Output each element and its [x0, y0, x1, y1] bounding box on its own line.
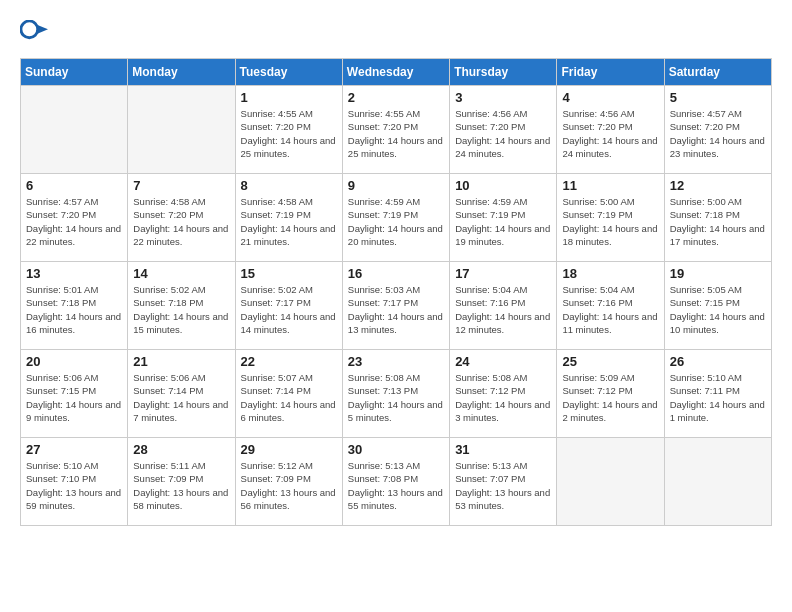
day-info: Sunrise: 5:10 AM Sunset: 7:10 PM Dayligh…: [26, 459, 122, 512]
day-number: 13: [26, 266, 122, 281]
calendar-header-row: SundayMondayTuesdayWednesdayThursdayFrid…: [21, 59, 772, 86]
day-info: Sunrise: 5:06 AM Sunset: 7:14 PM Dayligh…: [133, 371, 229, 424]
day-number: 17: [455, 266, 551, 281]
day-info: Sunrise: 5:07 AM Sunset: 7:14 PM Dayligh…: [241, 371, 337, 424]
day-info: Sunrise: 5:13 AM Sunset: 7:07 PM Dayligh…: [455, 459, 551, 512]
day-header-tuesday: Tuesday: [235, 59, 342, 86]
day-info: Sunrise: 4:56 AM Sunset: 7:20 PM Dayligh…: [455, 107, 551, 160]
day-info: Sunrise: 5:06 AM Sunset: 7:15 PM Dayligh…: [26, 371, 122, 424]
day-number: 22: [241, 354, 337, 369]
calendar-cell: 6Sunrise: 4:57 AM Sunset: 7:20 PM Daylig…: [21, 174, 128, 262]
calendar-week-3: 13Sunrise: 5:01 AM Sunset: 7:18 PM Dayli…: [21, 262, 772, 350]
day-info: Sunrise: 5:11 AM Sunset: 7:09 PM Dayligh…: [133, 459, 229, 512]
day-number: 6: [26, 178, 122, 193]
day-info: Sunrise: 5:09 AM Sunset: 7:12 PM Dayligh…: [562, 371, 658, 424]
calendar-cell: 9Sunrise: 4:59 AM Sunset: 7:19 PM Daylig…: [342, 174, 449, 262]
day-number: 21: [133, 354, 229, 369]
day-info: Sunrise: 5:02 AM Sunset: 7:17 PM Dayligh…: [241, 283, 337, 336]
day-info: Sunrise: 5:00 AM Sunset: 7:18 PM Dayligh…: [670, 195, 766, 248]
day-header-sunday: Sunday: [21, 59, 128, 86]
day-header-thursday: Thursday: [450, 59, 557, 86]
calendar-week-1: 1Sunrise: 4:55 AM Sunset: 7:20 PM Daylig…: [21, 86, 772, 174]
day-number: 23: [348, 354, 444, 369]
calendar-cell: 12Sunrise: 5:00 AM Sunset: 7:18 PM Dayli…: [664, 174, 771, 262]
calendar-cell: [664, 438, 771, 526]
day-info: Sunrise: 4:56 AM Sunset: 7:20 PM Dayligh…: [562, 107, 658, 160]
day-number: 29: [241, 442, 337, 457]
calendar-cell: 28Sunrise: 5:11 AM Sunset: 7:09 PM Dayli…: [128, 438, 235, 526]
day-info: Sunrise: 4:59 AM Sunset: 7:19 PM Dayligh…: [348, 195, 444, 248]
calendar-cell: 10Sunrise: 4:59 AM Sunset: 7:19 PM Dayli…: [450, 174, 557, 262]
day-header-saturday: Saturday: [664, 59, 771, 86]
svg-point-0: [21, 21, 38, 38]
calendar-cell: 4Sunrise: 4:56 AM Sunset: 7:20 PM Daylig…: [557, 86, 664, 174]
calendar-cell: 18Sunrise: 5:04 AM Sunset: 7:16 PM Dayli…: [557, 262, 664, 350]
calendar-cell: 20Sunrise: 5:06 AM Sunset: 7:15 PM Dayli…: [21, 350, 128, 438]
calendar-cell: 3Sunrise: 4:56 AM Sunset: 7:20 PM Daylig…: [450, 86, 557, 174]
day-number: 14: [133, 266, 229, 281]
calendar-cell: [557, 438, 664, 526]
calendar-cell: 1Sunrise: 4:55 AM Sunset: 7:20 PM Daylig…: [235, 86, 342, 174]
day-number: 12: [670, 178, 766, 193]
calendar-cell: 29Sunrise: 5:12 AM Sunset: 7:09 PM Dayli…: [235, 438, 342, 526]
day-info: Sunrise: 5:08 AM Sunset: 7:12 PM Dayligh…: [455, 371, 551, 424]
day-info: Sunrise: 5:02 AM Sunset: 7:18 PM Dayligh…: [133, 283, 229, 336]
day-number: 5: [670, 90, 766, 105]
day-info: Sunrise: 4:57 AM Sunset: 7:20 PM Dayligh…: [26, 195, 122, 248]
day-number: 19: [670, 266, 766, 281]
calendar-week-4: 20Sunrise: 5:06 AM Sunset: 7:15 PM Dayli…: [21, 350, 772, 438]
calendar-body: 1Sunrise: 4:55 AM Sunset: 7:20 PM Daylig…: [21, 86, 772, 526]
calendar-cell: 26Sunrise: 5:10 AM Sunset: 7:11 PM Dayli…: [664, 350, 771, 438]
calendar-cell: 2Sunrise: 4:55 AM Sunset: 7:20 PM Daylig…: [342, 86, 449, 174]
day-info: Sunrise: 5:01 AM Sunset: 7:18 PM Dayligh…: [26, 283, 122, 336]
day-number: 20: [26, 354, 122, 369]
calendar-table: SundayMondayTuesdayWednesdayThursdayFrid…: [20, 58, 772, 526]
day-info: Sunrise: 4:55 AM Sunset: 7:20 PM Dayligh…: [348, 107, 444, 160]
day-header-wednesday: Wednesday: [342, 59, 449, 86]
calendar-cell: 30Sunrise: 5:13 AM Sunset: 7:08 PM Dayli…: [342, 438, 449, 526]
day-info: Sunrise: 4:58 AM Sunset: 7:20 PM Dayligh…: [133, 195, 229, 248]
calendar-cell: [128, 86, 235, 174]
day-number: 31: [455, 442, 551, 457]
day-info: Sunrise: 5:12 AM Sunset: 7:09 PM Dayligh…: [241, 459, 337, 512]
calendar-cell: 17Sunrise: 5:04 AM Sunset: 7:16 PM Dayli…: [450, 262, 557, 350]
calendar-cell: 21Sunrise: 5:06 AM Sunset: 7:14 PM Dayli…: [128, 350, 235, 438]
calendar-cell: 13Sunrise: 5:01 AM Sunset: 7:18 PM Dayli…: [21, 262, 128, 350]
day-number: 26: [670, 354, 766, 369]
day-info: Sunrise: 5:08 AM Sunset: 7:13 PM Dayligh…: [348, 371, 444, 424]
logo: [20, 20, 52, 48]
day-number: 11: [562, 178, 658, 193]
day-number: 10: [455, 178, 551, 193]
day-header-friday: Friday: [557, 59, 664, 86]
day-number: 8: [241, 178, 337, 193]
day-number: 24: [455, 354, 551, 369]
calendar-cell: 5Sunrise: 4:57 AM Sunset: 7:20 PM Daylig…: [664, 86, 771, 174]
day-number: 25: [562, 354, 658, 369]
calendar-cell: 19Sunrise: 5:05 AM Sunset: 7:15 PM Dayli…: [664, 262, 771, 350]
calendar-cell: 24Sunrise: 5:08 AM Sunset: 7:12 PM Dayli…: [450, 350, 557, 438]
calendar-cell: 25Sunrise: 5:09 AM Sunset: 7:12 PM Dayli…: [557, 350, 664, 438]
day-info: Sunrise: 5:10 AM Sunset: 7:11 PM Dayligh…: [670, 371, 766, 424]
calendar-cell: 22Sunrise: 5:07 AM Sunset: 7:14 PM Dayli…: [235, 350, 342, 438]
svg-marker-1: [37, 25, 48, 34]
day-header-monday: Monday: [128, 59, 235, 86]
calendar-week-5: 27Sunrise: 5:10 AM Sunset: 7:10 PM Dayli…: [21, 438, 772, 526]
day-number: 1: [241, 90, 337, 105]
calendar-cell: 11Sunrise: 5:00 AM Sunset: 7:19 PM Dayli…: [557, 174, 664, 262]
day-number: 9: [348, 178, 444, 193]
page-header: [20, 20, 772, 48]
day-info: Sunrise: 5:00 AM Sunset: 7:19 PM Dayligh…: [562, 195, 658, 248]
calendar-cell: 8Sunrise: 4:58 AM Sunset: 7:19 PM Daylig…: [235, 174, 342, 262]
day-info: Sunrise: 4:57 AM Sunset: 7:20 PM Dayligh…: [670, 107, 766, 160]
day-info: Sunrise: 5:04 AM Sunset: 7:16 PM Dayligh…: [455, 283, 551, 336]
calendar-cell: [21, 86, 128, 174]
logo-icon: [20, 20, 48, 48]
day-info: Sunrise: 5:13 AM Sunset: 7:08 PM Dayligh…: [348, 459, 444, 512]
day-number: 27: [26, 442, 122, 457]
day-info: Sunrise: 4:59 AM Sunset: 7:19 PM Dayligh…: [455, 195, 551, 248]
day-number: 3: [455, 90, 551, 105]
day-number: 4: [562, 90, 658, 105]
calendar-cell: 7Sunrise: 4:58 AM Sunset: 7:20 PM Daylig…: [128, 174, 235, 262]
day-number: 30: [348, 442, 444, 457]
calendar-week-2: 6Sunrise: 4:57 AM Sunset: 7:20 PM Daylig…: [21, 174, 772, 262]
